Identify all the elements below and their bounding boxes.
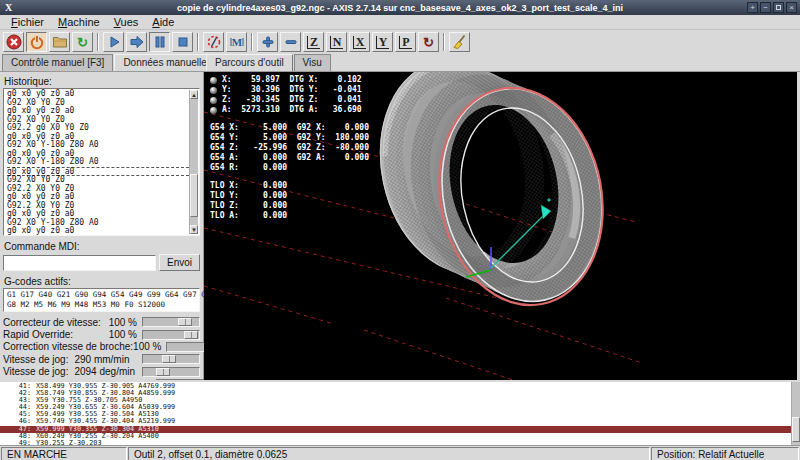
pause-icon: [152, 34, 168, 50]
machine-limits-lines-front: [204, 286, 642, 380]
homed-icon: [210, 77, 217, 84]
homed-icon: [210, 97, 217, 104]
skip-lines-icon: [206, 34, 222, 50]
view-p-icon: P: [399, 36, 411, 49]
rapid-override-row: Rapid Override: 100 %: [3, 328, 200, 340]
mdi-history-list[interactable]: g0 x0 y0 z0 a0 G92 X0 Y0 Z0 g0 x0 y0 z0 …: [3, 88, 200, 236]
view-y-icon: Y: [376, 36, 390, 49]
step-button[interactable]: [126, 32, 147, 52]
tab-parcours-outil[interactable]: Parcours d'outil: [206, 54, 293, 71]
stop-button[interactable]: [172, 32, 193, 52]
broom-icon: [452, 34, 468, 50]
rotate-icon: ↻: [423, 36, 434, 49]
menu-vues[interactable]: Vues: [107, 16, 146, 28]
reload-icon: ↻: [77, 36, 88, 49]
estop-button[interactable]: [3, 32, 24, 52]
mdi-label: Commande MDI:: [4, 241, 200, 252]
minimize-button[interactable]: −: [760, 2, 771, 13]
scroll-up-icon[interactable]: ▲: [190, 90, 198, 99]
toolbar-separator: [251, 33, 253, 51]
dro-readout: X: 59.897 DTG X: 0.102 Y: 30.396 DTG Y: …: [210, 75, 369, 221]
pause-button[interactable]: [149, 32, 170, 52]
active-gcodes-box: G1 G17 G40 G21 G90 G94 G54 G49 G99 G64 G…: [3, 288, 200, 312]
dro-g54-a: G54 A: 0.000 G92 A: 0.000: [210, 153, 369, 163]
axis-window: X copie de cylindre4axes03_g92.ngc - AXI…: [0, 0, 800, 460]
active-gcodes-label: G-codes actifs:: [4, 276, 200, 287]
homed-icon: [210, 107, 217, 114]
rapid-override-label: Rapid Override:: [3, 329, 73, 340]
toolbar-separator: [197, 33, 199, 51]
dro-z: Z: -30.345 DTG Z: 0.041: [222, 95, 362, 105]
view-z-button[interactable]: Z: [303, 32, 324, 52]
line-number: 49:: [0, 440, 36, 446]
mdi-input[interactable]: [3, 255, 156, 271]
tab-controle-manuel[interactable]: Contrôle manuel [F3]: [2, 54, 113, 71]
menu-fichier[interactable]: Fichier: [4, 16, 51, 28]
jog-speed-value: 290 mm/min: [68, 354, 142, 365]
mdi-send-button[interactable]: Envoi: [159, 254, 200, 271]
scroll-down-icon[interactable]: ▼: [190, 225, 198, 234]
skip-lines-button[interactable]: [203, 32, 224, 52]
position-mode: Position: Relatif Actuelle: [651, 447, 799, 460]
close-button[interactable]: ×: [786, 2, 797, 13]
jog-speed-slider[interactable]: [142, 354, 200, 364]
view-z-rotated-button[interactable]: N: [326, 32, 347, 52]
titlebar: X copie de cylindre4axes03_g92.ngc - AXI…: [0, 0, 800, 15]
history-item[interactable]: G92 X0 Y-180 Z80 A0: [7, 158, 189, 167]
play-icon: [106, 34, 122, 50]
zoom-out-button[interactable]: [280, 32, 301, 52]
jog-speed-label: Vitesse de jog:: [3, 354, 68, 365]
program-line[interactable]: 48:X60.249 Y30.255 Z-30.204 A5400: [0, 433, 800, 440]
machine-state: EN MARCHE: [1, 447, 127, 460]
tab-row: Contrôle manuel [F3] Données manuelles […: [0, 54, 800, 71]
feed-override-label: Correcteur de vitesse:: [3, 317, 101, 328]
preview-canvas[interactable]: X: 59.897 DTG X: 0.102 Y: 30.396 DTG Y: …: [204, 72, 800, 380]
feed-override-value: 100 %: [101, 317, 142, 328]
program-line[interactable]: 49:Y30.255 Z-30.203: [0, 440, 800, 446]
view-y-button[interactable]: Y: [372, 32, 393, 52]
view-z-rotated-icon: N: [330, 36, 344, 49]
view-x-button[interactable]: X: [349, 32, 370, 52]
feed-override-slider[interactable]: [142, 317, 200, 327]
stop-icon: [175, 34, 191, 50]
gcodes-line: G8 M2 M5 M6 M9 M48 M53 M0 F0 S12000: [7, 300, 165, 309]
dro-tlo-y: TLO Y: 0.000: [210, 191, 287, 201]
maximize-button[interactable]: [773, 2, 784, 13]
menu-aide[interactable]: Aide: [145, 16, 181, 28]
program-listing[interactable]: 41:X58.499 Y30.955 Z-30.905 A4769.999 42…: [0, 380, 800, 446]
reload-button[interactable]: ↻: [72, 32, 93, 52]
listing-scroll-thumb[interactable]: [792, 417, 800, 442]
tab-visu[interactable]: Visu: [294, 54, 331, 71]
dro-tlo-a: TLO A: 0.000: [210, 211, 287, 221]
history-label: Historique:: [4, 76, 200, 87]
window-menu-button[interactable]: +: [747, 2, 758, 13]
optional-pause-icon: M: [229, 34, 245, 50]
estop-icon: [6, 34, 22, 50]
slider-thumb[interactable]: [184, 331, 198, 339]
listing-scrollbar[interactable]: [791, 382, 800, 445]
homed-icon: [210, 87, 217, 94]
power-icon: [29, 34, 45, 50]
menu-machine[interactable]: Machine: [51, 16, 107, 28]
clear-plot-button[interactable]: [449, 32, 470, 52]
run-button[interactable]: [103, 32, 124, 52]
history-scroll-thumb[interactable]: [190, 174, 198, 217]
slider-thumb[interactable]: [162, 355, 176, 363]
zoom-in-button[interactable]: [257, 32, 278, 52]
slider-thumb[interactable]: [178, 318, 192, 326]
spindle-override-label: Correction vitesse de broche:: [3, 341, 133, 352]
rotate-view-button[interactable]: ↻: [418, 32, 439, 52]
view-p-button[interactable]: P: [395, 32, 416, 52]
angular-jog-speed-slider[interactable]: [142, 367, 200, 377]
history-item[interactable]: g0 x0 y0 z0 a0: [7, 227, 189, 236]
rapid-override-slider[interactable]: [142, 330, 200, 340]
open-file-button[interactable]: [49, 32, 70, 52]
menubar: Fichier Machine Vues Aide: [0, 15, 800, 30]
dro-a: A: 5273.310 DTG A: 36.690: [222, 105, 362, 115]
history-scrollbar[interactable]: ▲ ▼: [189, 90, 198, 234]
gcodes-line: G1 G17 G40 G21 G90 G94 G54 G49 G99 G64 G…: [7, 290, 224, 299]
machine-power-button[interactable]: [26, 32, 47, 52]
slider-thumb[interactable]: [156, 368, 170, 376]
feed-override-row: Correcteur de vitesse: 100 %: [3, 316, 200, 328]
optional-pause-button[interactable]: M: [226, 32, 247, 52]
